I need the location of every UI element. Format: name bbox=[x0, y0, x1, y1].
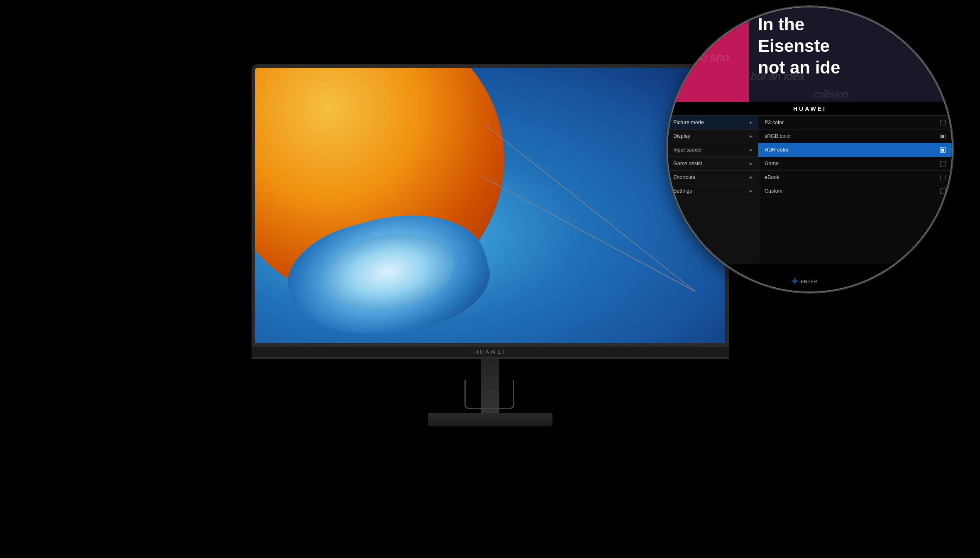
arrow-icon-4: ▶ bbox=[750, 175, 753, 179]
osd-sub-item-hdr[interactable]: HDR color bbox=[758, 143, 952, 157]
osd-sub-item-p3[interactable]: P3 color bbox=[758, 116, 952, 130]
nav-move: ✛ MOVE bbox=[706, 277, 729, 286]
mag-overlay-text3: collision bbox=[813, 88, 848, 100]
check-custom bbox=[940, 188, 946, 194]
arrow-icon-5: ▶ bbox=[750, 189, 753, 193]
osd-menu-item-shortcuts[interactable]: Shortcuts ▶ bbox=[668, 171, 758, 184]
mag-text-line1: In the bbox=[758, 15, 943, 34]
check-ebook bbox=[940, 175, 946, 180]
osd-menu-item-display[interactable]: Display ▶ bbox=[668, 130, 758, 143]
osd-sub-item-srgb[interactable]: sRGB color bbox=[758, 130, 952, 143]
mag-overlay-text1: essive sho bbox=[674, 51, 729, 64]
osd-menu-item-game[interactable]: Game assist ▶ bbox=[668, 157, 758, 171]
back-icon: ✛ bbox=[880, 277, 886, 286]
check-srgb bbox=[940, 134, 946, 139]
nav-enter: ✛ ENTER bbox=[792, 277, 817, 286]
monitor-brand-label: HUAWEI bbox=[474, 349, 506, 355]
monitor-arm bbox=[464, 380, 514, 409]
arrow-icon-0: ▶ bbox=[750, 120, 753, 125]
arrow-icon-1: ▶ bbox=[750, 134, 753, 138]
osd-sub-item-custom[interactable]: Custom bbox=[758, 184, 952, 198]
osd-header: HUAWEI bbox=[668, 102, 952, 116]
osd-menu-item-input[interactable]: Input source ▶ bbox=[668, 143, 758, 157]
page-root: HUAWEI In the Eisenste not an ide bbox=[0, 0, 980, 558]
arrow-icon-3: ▶ bbox=[750, 162, 753, 166]
arrow-icon-2: ▶ bbox=[750, 148, 753, 152]
osd-overlay: HUAWEI Picture mode ▶ Display ▶ bbox=[668, 102, 952, 291]
osd-sub-item-ebook[interactable]: eBook bbox=[758, 171, 952, 184]
mag-text-area: In the Eisenste not an ide bbox=[749, 7, 952, 102]
monitor-wrapper: HUAWEI bbox=[252, 64, 729, 426]
osd-brand: HUAWEI bbox=[793, 105, 826, 112]
mag-text-line2: Eisenste bbox=[758, 37, 943, 56]
move-icon: ✛ bbox=[706, 277, 712, 286]
check-game bbox=[940, 161, 946, 166]
monitor-screen bbox=[255, 68, 725, 343]
osd-menu-item-picture[interactable]: Picture mode ▶ bbox=[668, 116, 758, 130]
osd-menu-body: Picture mode ▶ Display ▶ Input source ▶ bbox=[668, 116, 952, 264]
enter-icon: ✛ bbox=[792, 277, 798, 286]
check-hdr bbox=[940, 147, 946, 153]
monitor-frame bbox=[252, 64, 729, 347]
mag-overlay-text2: but an idea bbox=[751, 70, 804, 83]
osd-nav-bar: ✛ MOVE ✛ ENTER ✛ BACK/EXIT bbox=[668, 271, 952, 291]
osd-right-panel: P3 color sRGB color HDR color bbox=[758, 116, 952, 264]
check-p3 bbox=[940, 120, 946, 125]
monitor-bottom-bezel: HUAWEI bbox=[252, 347, 729, 359]
monitor-base bbox=[428, 413, 552, 426]
nav-back: ✛ BACK/EXIT bbox=[880, 277, 914, 286]
magnified-content: In the Eisenste not an ide essive sho bu… bbox=[668, 7, 952, 291]
magnified-circle: In the Eisenste not an ide essive sho bu… bbox=[667, 6, 953, 293]
monitor-neck bbox=[481, 359, 499, 413]
osd-sub-item-game[interactable]: Game bbox=[758, 157, 952, 171]
osd-left-panel: Picture mode ▶ Display ▶ Input source ▶ bbox=[668, 116, 758, 264]
osd-menu-item-settings[interactable]: Settings ▶ bbox=[668, 184, 758, 198]
